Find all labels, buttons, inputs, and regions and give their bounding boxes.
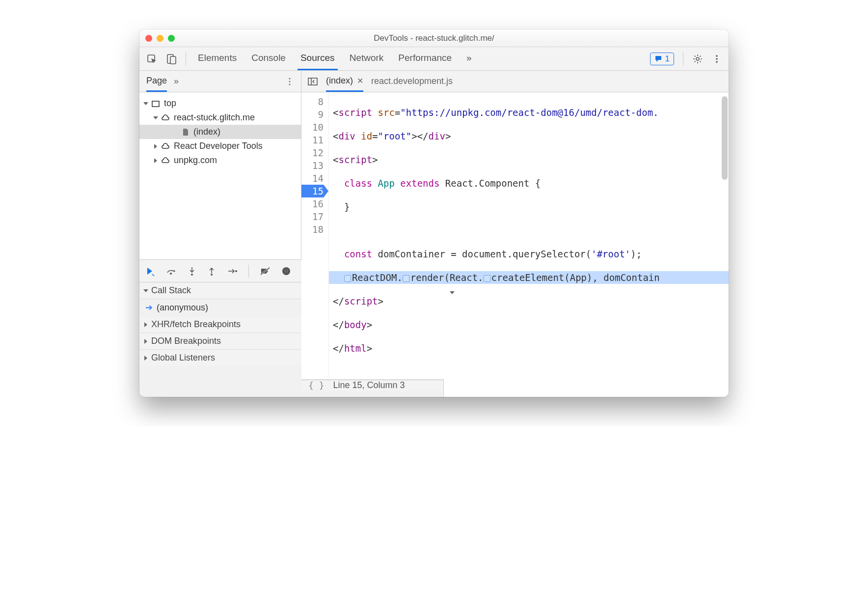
main-body: top react-stuck.glitch.me (index) React … <box>139 92 729 259</box>
svg-point-15 <box>211 274 213 276</box>
section-title: XHR/fetch Breakpoints <box>151 319 241 330</box>
tree-domain[interactable]: react-stuck.glitch.me <box>139 111 301 125</box>
svg-point-6 <box>716 61 718 63</box>
inspect-element-icon[interactable] <box>146 54 157 64</box>
stack-frame-name: (anonymous) <box>157 303 208 313</box>
triangle-right-icon <box>154 158 157 163</box>
line-gutter[interactable]: 8 9 10 11 12 13 14 15 16 17 18 <box>301 92 329 379</box>
navigator-menu-icon[interactable] <box>285 76 294 87</box>
svg-point-7 <box>289 78 290 79</box>
tree-label: react-stuck.glitch.me <box>174 112 255 123</box>
device-toggle-icon[interactable] <box>166 54 177 64</box>
triangle-down-icon <box>153 116 158 119</box>
svg-point-13 <box>170 273 172 275</box>
tab-network[interactable]: Network <box>347 47 387 70</box>
settings-icon[interactable] <box>692 54 703 64</box>
line-number[interactable]: 12 <box>301 146 324 159</box>
triangle-down-icon <box>143 102 148 105</box>
deactivate-breakpoints-icon[interactable] <box>260 267 271 276</box>
svg-point-14 <box>191 274 193 276</box>
line-number[interactable]: 17 <box>301 210 324 223</box>
tree-label: top <box>164 98 176 109</box>
devtools-window: DevTools - react-stuck.glitch.me/ Elemen… <box>139 29 729 397</box>
toggle-navigator-icon[interactable] <box>307 77 318 86</box>
svg-rect-2 <box>170 56 176 64</box>
file-tab-label: (index) <box>326 76 353 86</box>
step-icon[interactable] <box>227 267 238 276</box>
file-tabs: (index) ✕ react.development.js <box>301 71 729 92</box>
triangle-right-icon <box>144 339 147 344</box>
tree-label: (index) <box>193 127 220 137</box>
execution-line-marker[interactable]: 15 <box>301 185 324 197</box>
code-area[interactable]: <script src="https://unpkg.com/react-dom… <box>329 92 729 379</box>
cloud-icon <box>161 156 170 165</box>
current-frame-arrow-icon: ➔ <box>145 302 153 313</box>
tree-top[interactable]: top <box>139 96 301 111</box>
section-title: Call Stack <box>151 285 191 296</box>
svg-point-8 <box>289 81 290 82</box>
tab-console[interactable]: Console <box>248 47 289 70</box>
file-tree: top react-stuck.glitch.me (index) React … <box>139 92 301 259</box>
tab-sources[interactable]: Sources <box>298 47 338 70</box>
pause-exceptions-icon[interactable] <box>281 266 291 276</box>
tab-performance[interactable]: Performance <box>395 47 455 70</box>
triangle-right-icon <box>154 144 157 149</box>
file-tab-active[interactable]: (index) ✕ <box>326 71 363 92</box>
step-out-icon[interactable] <box>207 266 216 276</box>
file-icon <box>182 128 190 137</box>
tab-elements[interactable]: Elements <box>195 47 240 70</box>
line-number[interactable]: 13 <box>301 159 324 172</box>
tree-rdt[interactable]: React Developer Tools <box>139 139 301 153</box>
cloud-icon <box>161 142 170 151</box>
line-number[interactable]: 16 <box>301 197 324 210</box>
line-number[interactable]: 10 <box>301 121 324 134</box>
navigator-tab-page[interactable]: Page <box>146 71 167 92</box>
tree-file-selected[interactable]: (index) <box>139 125 301 139</box>
svg-point-5 <box>716 58 718 60</box>
kebab-menu-icon[interactable] <box>712 54 722 64</box>
svg-rect-12 <box>152 101 159 107</box>
svg-point-16 <box>235 270 237 272</box>
feedback-badge[interactable]: 1 <box>650 53 674 65</box>
main-toolbar: Elements Console Sources Network Perform… <box>139 47 729 71</box>
tree-label: unpkg.com <box>174 155 217 166</box>
triangle-down-icon <box>450 291 455 294</box>
svg-point-4 <box>716 55 718 57</box>
triangle-down-icon <box>143 289 148 292</box>
file-tab-other[interactable]: react.development.js <box>371 76 453 86</box>
frame-icon <box>151 99 160 108</box>
tree-label: React Developer Tools <box>174 141 263 151</box>
sub-toolbar: Page » (index) ✕ react.development.js <box>139 71 729 92</box>
svg-point-19 <box>282 267 290 275</box>
svg-rect-20 <box>285 269 286 273</box>
navigator-more-tabs[interactable]: » <box>174 76 179 86</box>
svg-rect-21 <box>287 269 288 273</box>
section-title: Global Listeners <box>151 353 215 363</box>
blackbox-marker-icon <box>484 275 490 282</box>
separator <box>186 52 186 66</box>
line-number[interactable]: 18 <box>301 223 324 236</box>
blackbox-marker-icon <box>403 275 409 282</box>
line-number[interactable]: 14 <box>301 172 324 185</box>
triangle-right-icon <box>144 322 147 327</box>
feedback-count: 1 <box>665 54 670 64</box>
close-tab-icon[interactable]: ✕ <box>357 76 363 85</box>
cloud-icon <box>161 113 170 122</box>
tree-unpkg[interactable]: unpkg.com <box>139 153 301 167</box>
step-over-icon[interactable] <box>166 267 177 276</box>
line-number[interactable]: 9 <box>301 108 324 121</box>
section-title: DOM Breakpoints <box>151 336 221 346</box>
step-into-icon[interactable] <box>188 266 196 276</box>
more-tabs-button[interactable]: » <box>463 47 475 70</box>
code-editor[interactable]: 8 9 10 11 12 13 14 15 16 17 18 <script s… <box>301 92 729 379</box>
line-number[interactable]: 8 <box>301 95 324 108</box>
svg-point-3 <box>696 57 699 60</box>
line-number[interactable]: 11 <box>301 134 324 146</box>
window-title: DevTools - react-stuck.glitch.me/ <box>139 33 729 43</box>
window-titlebar: DevTools - react-stuck.glitch.me/ <box>139 29 729 47</box>
triangle-right-icon <box>144 356 147 361</box>
svg-point-9 <box>289 84 290 85</box>
separator <box>683 52 683 66</box>
vertical-scrollbar[interactable] <box>722 96 728 180</box>
resume-icon[interactable] <box>145 266 155 276</box>
